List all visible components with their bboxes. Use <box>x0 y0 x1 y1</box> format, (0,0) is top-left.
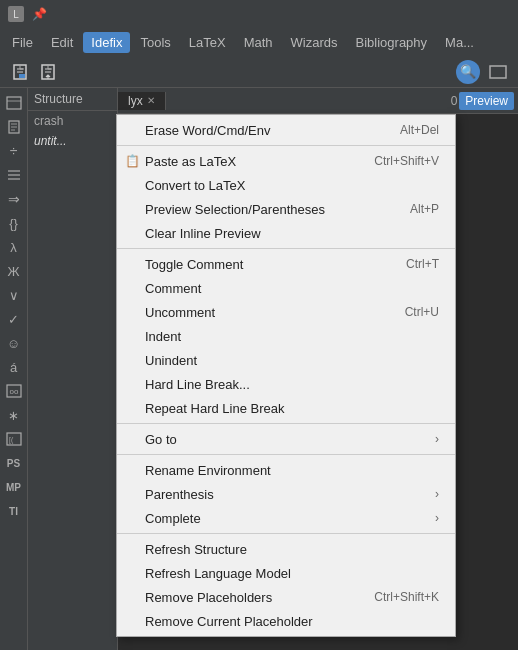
tab-close-x[interactable]: ✕ <box>147 95 155 106</box>
mp-icon[interactable]: MP <box>3 476 25 498</box>
new-button[interactable] <box>8 60 32 84</box>
search-button[interactable]: 🔍 <box>456 60 480 84</box>
content-tab-lyx[interactable]: lyx ✕ <box>118 92 166 110</box>
svg-rect-8 <box>7 97 21 109</box>
parenthesis-arrow-icon: › <box>435 487 439 501</box>
toolbar: 🔍 <box>0 56 518 88</box>
menu-unindent[interactable]: Unindent <box>117 348 455 372</box>
menu-latex[interactable]: LaTeX <box>181 32 234 53</box>
paste-icon: 📋 <box>125 154 140 168</box>
menu-repeat-hard-line-break[interactable]: Repeat Hard Line Break <box>117 396 455 420</box>
menu-clear-inline-preview[interactable]: Clear Inline Preview <box>117 221 455 245</box>
separator-4 <box>117 454 455 455</box>
svg-text:[(: [( <box>9 436 14 444</box>
menu-wizards[interactable]: Wizards <box>283 32 346 53</box>
menu-rename-environment[interactable]: Rename Environment <box>117 458 455 482</box>
menu-edit[interactable]: Edit <box>43 32 81 53</box>
ti-icon[interactable]: TI <box>3 500 25 522</box>
lambda-icon[interactable]: λ <box>3 236 25 258</box>
svg-rect-3 <box>19 74 25 78</box>
separator-1 <box>117 145 455 146</box>
menu-paste-latex[interactable]: 📋 Paste as LaTeX Ctrl+Shift+V <box>117 149 455 173</box>
structure-panel: Structure crash untit... <box>28 88 118 650</box>
title-bar: L 📌 <box>0 0 518 28</box>
menu-more[interactable]: Ma... <box>437 32 482 53</box>
lines-icon[interactable] <box>3 164 25 186</box>
svg-text:oo: oo <box>9 387 18 396</box>
special-box-icon[interactable]: oo <box>3 380 25 402</box>
cyrillic-icon[interactable]: Ж <box>3 260 25 282</box>
menu-idefix[interactable]: Idefix <box>83 32 130 53</box>
menu-preview-selection[interactable]: Preview Selection/Parentheses Alt+P <box>117 197 455 221</box>
logic-icon[interactable]: ∨ <box>3 284 25 306</box>
structure-item-untit[interactable]: untit... <box>28 131 117 151</box>
braces-icon[interactable]: {} <box>3 212 25 234</box>
tab-bar: lyx ✕ 0 Preview <box>118 88 518 114</box>
accent-icon[interactable]: á <box>3 356 25 378</box>
separator-3 <box>117 423 455 424</box>
content-area: Structure crash untit... lyx ✕ 0 Preview <box>28 88 518 650</box>
tab-right-area: 0 Preview <box>451 92 518 110</box>
check-icon[interactable]: ✓ <box>3 308 25 330</box>
menu-remove-placeholders[interactable]: Remove Placeholders Ctrl+Shift+K <box>117 585 455 609</box>
menu-goto[interactable]: Go to › <box>117 427 455 451</box>
page-number: 0 <box>451 94 458 108</box>
menu-refresh-language-model[interactable]: Refresh Language Model <box>117 561 455 585</box>
preview-button[interactable]: Preview <box>459 92 514 110</box>
menu-bibliography[interactable]: Bibliography <box>348 32 436 53</box>
complete-arrow-icon: › <box>435 511 439 525</box>
search-area: 🔍 <box>456 60 510 84</box>
app-icon: L <box>8 6 24 22</box>
emoji-icon[interactable]: ☺ <box>3 332 25 354</box>
structure-item-crash[interactable]: crash <box>28 111 117 131</box>
idefix-dropdown-menu: Erase Word/Cmd/Env Alt+Del 📋 Paste as La… <box>116 114 456 637</box>
arrow-icon[interactable]: ⇒ <box>3 188 25 210</box>
menu-toggle-comment[interactable]: Toggle Comment Ctrl+T <box>117 252 455 276</box>
menu-comment[interactable]: Comment <box>117 276 455 300</box>
bracket-box-icon[interactable]: [( <box>3 428 25 450</box>
main-area: ÷ ⇒ {} λ Ж ∨ ✓ ☺ á oo ∗ [( PS MP TI Stru… <box>0 88 518 650</box>
separator-2 <box>117 248 455 249</box>
menu-tools[interactable]: Tools <box>132 32 178 53</box>
pin-icon[interactable]: 📌 <box>32 7 46 21</box>
menu-indent[interactable]: Indent <box>117 324 455 348</box>
document-icon[interactable] <box>3 116 25 138</box>
menu-uncomment[interactable]: Uncomment Ctrl+U <box>117 300 455 324</box>
ps-icon[interactable]: PS <box>3 452 25 474</box>
left-sidebar: ÷ ⇒ {} λ Ж ∨ ✓ ☺ á oo ∗ [( PS MP TI <box>0 88 28 650</box>
svg-rect-7 <box>490 66 506 78</box>
menu-erase-word[interactable]: Erase Word/Cmd/Env Alt+Del <box>117 118 455 142</box>
menu-math[interactable]: Math <box>236 32 281 53</box>
menu-convert-latex[interactable]: Convert to LaTeX <box>117 173 455 197</box>
separator-5 <box>117 533 455 534</box>
menu-refresh-structure[interactable]: Refresh Structure <box>117 537 455 561</box>
menu-hard-line-break[interactable]: Hard Line Break... <box>117 372 455 396</box>
menu-parenthesis[interactable]: Parenthesis › <box>117 482 455 506</box>
upload-button[interactable] <box>36 60 60 84</box>
divide-icon[interactable]: ÷ <box>3 140 25 162</box>
star-icon[interactable]: ∗ <box>3 404 25 426</box>
goto-arrow-icon: › <box>435 432 439 446</box>
menu-remove-current-placeholder[interactable]: Remove Current Placeholder <box>117 609 455 633</box>
menu-complete[interactable]: Complete › <box>117 506 455 530</box>
structure-panel-icon[interactable] <box>3 92 25 114</box>
menu-bar: File Edit Idefix Tools LaTeX Math Wizard… <box>0 28 518 56</box>
window-icon-button[interactable] <box>486 60 510 84</box>
menu-file[interactable]: File <box>4 32 41 53</box>
structure-title: Structure <box>28 88 117 111</box>
